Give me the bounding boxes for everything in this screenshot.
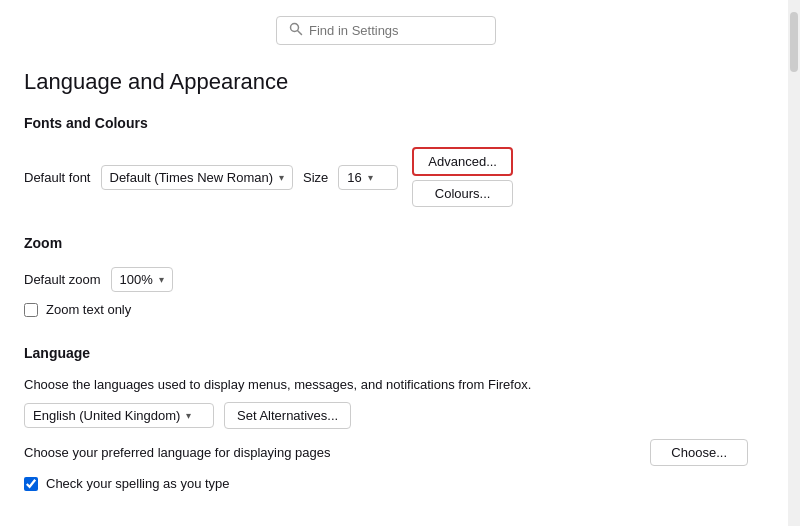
scrollbar[interactable] — [788, 0, 800, 526]
language-section-title: Language — [24, 345, 748, 365]
chevron-down-icon: ▾ — [279, 172, 284, 183]
size-label: Size — [303, 170, 328, 185]
default-font-label: Default font — [24, 170, 91, 185]
default-zoom-dropdown[interactable]: 100% ▾ — [111, 267, 173, 292]
zoom-text-only-checkbox[interactable] — [24, 303, 38, 317]
fonts-section-title: Fonts and Colours — [24, 115, 748, 135]
search-input[interactable] — [309, 23, 483, 38]
language-description: Choose the languages used to display men… — [24, 377, 748, 392]
choose-button[interactable]: Choose... — [650, 439, 748, 466]
language-controls: English (United Kingdom) ▾ Set Alternati… — [24, 402, 748, 429]
page-title: Language and Appearance — [24, 69, 748, 95]
settings-content: Language and Appearance Fonts and Colour… — [0, 0, 788, 526]
advanced-button[interactable]: Advanced... — [412, 147, 513, 176]
default-font-dropdown[interactable]: Default (Times New Roman) ▾ — [101, 165, 294, 190]
zoom-section: Zoom Default zoom 100% ▾ Zoom text only — [24, 235, 748, 317]
search-bar-container — [24, 16, 748, 45]
set-alternatives-button[interactable]: Set Alternatives... — [224, 402, 351, 429]
spell-check-label: Check your spelling as you type — [46, 476, 230, 491]
size-dropdown[interactable]: 16 ▾ — [338, 165, 398, 190]
fonts-section: Fonts and Colours Default font Default (… — [24, 115, 748, 207]
scrollbar-thumb[interactable] — [790, 12, 798, 72]
preferred-language-row: Choose your preferred language for displ… — [24, 439, 748, 466]
chevron-down-icon-zoom: ▾ — [159, 274, 164, 285]
search-bar[interactable] — [276, 16, 496, 45]
default-font-value: Default (Times New Roman) — [110, 170, 274, 185]
zoom-row: Default zoom 100% ▾ — [24, 267, 748, 292]
language-dropdown[interactable]: English (United Kingdom) ▾ — [24, 403, 214, 428]
default-zoom-value: 100% — [120, 272, 153, 287]
default-zoom-label: Default zoom — [24, 272, 101, 287]
zoom-section-title: Zoom — [24, 235, 748, 255]
spell-check-checkbox[interactable] — [24, 477, 38, 491]
preferred-language-label: Choose your preferred language for displ… — [24, 445, 330, 460]
zoom-text-only-label: Zoom text only — [46, 302, 131, 317]
chevron-down-icon-size: ▾ — [368, 172, 373, 183]
chevron-down-icon-lang: ▾ — [186, 410, 191, 421]
search-icon — [289, 22, 303, 39]
fonts-row: Default font Default (Times New Roman) ▾… — [24, 147, 748, 207]
colours-button[interactable]: Colours... — [412, 180, 513, 207]
svg-line-1 — [298, 31, 302, 35]
fonts-buttons: Advanced... Colours... — [412, 147, 513, 207]
language-value: English (United Kingdom) — [33, 408, 180, 423]
spell-check-row: Check your spelling as you type — [24, 476, 748, 491]
zoom-text-only-row: Zoom text only — [24, 302, 748, 317]
size-value: 16 — [347, 170, 361, 185]
language-section: Language Choose the languages used to di… — [24, 345, 748, 491]
